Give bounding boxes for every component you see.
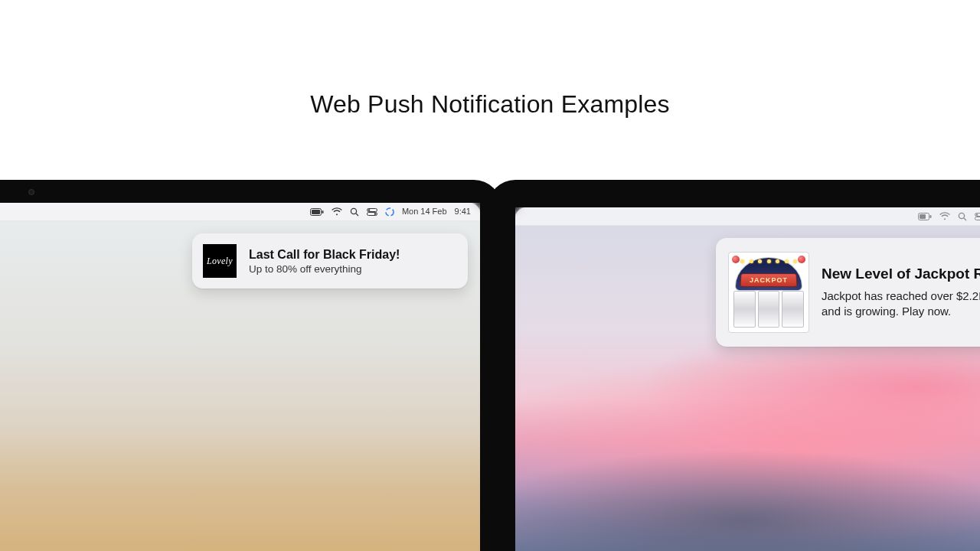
svg-point-3 xyxy=(351,208,356,214)
push-notification-card[interactable]: JACKPOT New Level of Jackpot Reached Jac… xyxy=(716,238,980,347)
page-title: Web Push Notification Examples xyxy=(0,90,980,119)
menubar-date[interactable]: Mon 14 Feb xyxy=(402,207,447,216)
svg-rect-12 xyxy=(929,215,931,218)
macos-menubar: Mon 14 Feb 9:41 xyxy=(0,203,480,221)
notification-body: Up to 80% off everything xyxy=(249,263,452,275)
laptop-mockup-right: Mon 14 Feb 9:41 JACKPOT New Level of Jac… xyxy=(488,180,980,551)
svg-rect-17 xyxy=(975,217,980,220)
camera-dot xyxy=(28,189,34,195)
laptop-screen-right: Mon 14 Feb 9:41 JACKPOT New Level of Jac… xyxy=(515,207,980,551)
push-notification-card[interactable]: Lovely Last Call for Black Friday! Up to… xyxy=(192,233,468,289)
control-center-icon[interactable] xyxy=(367,208,377,216)
spotlight-search-icon[interactable] xyxy=(350,207,359,217)
siri-icon[interactable] xyxy=(385,207,394,217)
notification-body: Jackpot has reached over $2.2M and is gr… xyxy=(822,289,980,320)
notification-title: Last Call for Black Friday! xyxy=(249,248,452,262)
svg-line-14 xyxy=(964,218,966,220)
control-center-icon[interactable] xyxy=(975,213,980,220)
laptop-mockup-left: Mon 14 Feb 9:41 Lovely Last Call for Bla… xyxy=(0,180,501,551)
lovely-logo: Lovely xyxy=(203,244,237,278)
svg-line-4 xyxy=(356,214,358,216)
wifi-icon xyxy=(939,212,950,220)
notification-title: New Level of Jackpot Reached xyxy=(822,266,980,282)
macos-menubar: Mon 14 Feb 9:41 xyxy=(515,207,980,226)
svg-point-9 xyxy=(386,208,394,216)
battery-icon xyxy=(310,208,324,216)
jackpot-slot-machine-icon: JACKPOT xyxy=(729,253,808,332)
svg-rect-1 xyxy=(312,210,320,214)
notification-body-line: and is growing. Play now. xyxy=(822,305,951,318)
notification-app-icon: Lovely xyxy=(203,244,237,278)
svg-point-8 xyxy=(374,213,377,215)
menubar-time[interactable]: 9:41 xyxy=(455,207,471,216)
notification-app-icon: JACKPOT xyxy=(728,252,809,333)
svg-rect-2 xyxy=(322,210,323,214)
laptop-screen-left: Mon 14 Feb 9:41 Lovely Last Call for Bla… xyxy=(0,203,480,551)
svg-point-13 xyxy=(959,213,964,218)
notification-body-line: Jackpot has reached over $2.2M xyxy=(822,289,980,302)
jackpot-banner-text: JACKPOT xyxy=(740,273,797,287)
wifi-icon xyxy=(332,207,342,216)
svg-rect-11 xyxy=(920,214,926,219)
spotlight-search-icon[interactable] xyxy=(958,212,967,221)
battery-icon xyxy=(918,213,932,220)
svg-point-6 xyxy=(368,209,371,211)
svg-point-16 xyxy=(976,214,978,216)
